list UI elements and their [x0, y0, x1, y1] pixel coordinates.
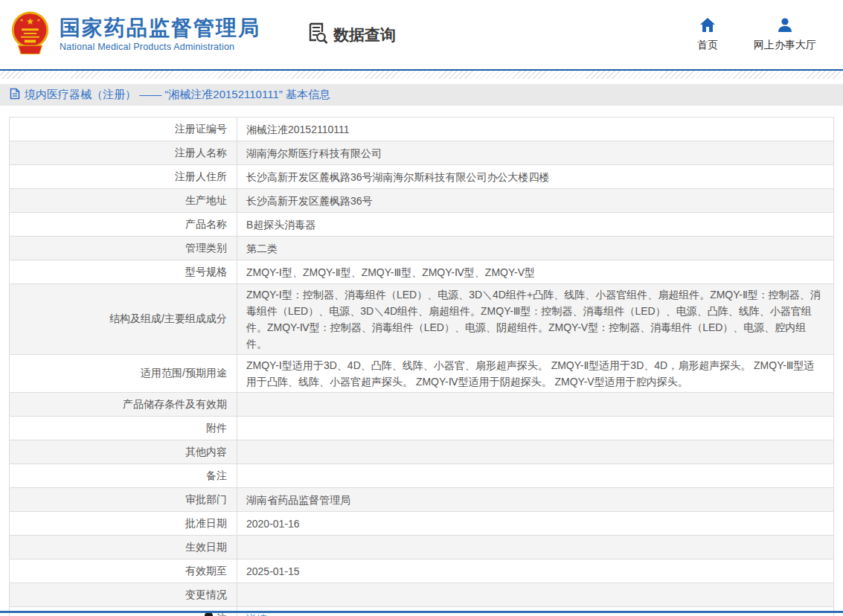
row-label: 管理类别: [10, 237, 237, 260]
table-row: 注册证编号 湘械注准20152110111: [10, 118, 833, 141]
site-logo[interactable]: ★ ★ ★ 国家药品监督管理局 National Medical Product…: [9, 10, 260, 60]
table-row: 结构及组成/主要组成成分 ZMQY-Ⅰ型：控制器、消毒组件（LED）、电源、3D…: [10, 284, 833, 355]
info-table: 注册证编号 湘械注准20152110111 注册人名称 湖南海尔斯医疗科技有限公…: [9, 117, 834, 616]
table-row: 适用范围/预期用途 ZMQY-Ⅰ型适用于3D、4D、凸阵、线阵、小器官、扇形超声…: [10, 355, 833, 393]
table-row: 其他内容: [10, 440, 833, 464]
svg-text:★: ★: [26, 16, 34, 26]
table-row: 附件: [10, 417, 833, 440]
home-icon: [699, 17, 716, 35]
row-label: 适用范围/预期用途: [10, 355, 237, 392]
site-title: 国家药品监督管理局: [60, 17, 260, 39]
table-row: 产品储存条件及有效期: [10, 393, 833, 417]
row-label: 变更情况: [10, 583, 237, 606]
row-label: 生产地址: [10, 189, 237, 212]
header: ★ ★ ★ 国家药品监督管理局 National Medical Product…: [0, 0, 843, 69]
breadcrumb: 境内医疗器械（注册） —— “湘械注准20152110111” 基本信息: [0, 84, 843, 106]
table-row: 注册人住所 长沙高新开发区麓枫路36号湖南海尔斯科技有限公司办公大楼四楼: [10, 165, 833, 189]
document-icon: [10, 88, 20, 102]
data-query-label: 数据查询: [333, 25, 396, 45]
row-label: 结构及组成/主要组成成分: [10, 284, 237, 354]
row-value: ZMQY-Ⅰ型、ZMQY-Ⅱ型、ZMQY-Ⅲ型、ZMQY-Ⅳ型、ZMQY-V型: [237, 260, 833, 283]
table-row: 生产地址 长沙高新开发区麓枫路36号: [10, 189, 833, 213]
table-row: 有效期至 2025-01-15: [10, 559, 833, 583]
national-emblem-icon: ★ ★ ★: [9, 10, 51, 60]
table-row: 管理类别 第二类: [10, 237, 833, 260]
row-value: 2025-01-15: [237, 559, 833, 583]
hatch-band: [0, 71, 843, 79]
table-row: 变更情况: [10, 583, 833, 607]
row-value: ZMQY-Ⅰ型：控制器、消毒组件（LED）、电源、3D＼4D组件+凸阵、线阵、小…: [237, 284, 833, 354]
row-value: [237, 393, 833, 416]
breadcrumb-text: 境内医疗器械（注册） —— “湘械注准20152110111” 基本信息: [25, 88, 330, 102]
site-subtitle: National Medical Products Administration: [60, 42, 260, 52]
row-label: 备注: [10, 464, 237, 487]
row-label: 批准日期: [10, 512, 237, 535]
nav-item-online-hall[interactable]: 网上办事大厅: [754, 17, 816, 52]
row-value: 湖南海尔斯医疗科技有限公司: [237, 141, 833, 164]
svg-text:★: ★: [20, 17, 24, 22]
row-label: 产品储存条件及有效期: [10, 393, 237, 416]
table-row: 审批部门 湖南省药品监督管理局: [10, 488, 833, 512]
nav-label: 首页: [697, 39, 718, 52]
row-label: 生效日期: [10, 536, 237, 559]
row-value: 长沙高新开发区麓枫路36号湖南海尔斯科技有限公司办公大楼四楼: [237, 165, 833, 188]
row-value: [237, 440, 833, 463]
row-value: [237, 583, 833, 606]
doc-search-icon: [308, 22, 328, 48]
row-label: 型号规格: [10, 260, 237, 283]
table-row: 产品名称 B超探头消毒器: [10, 213, 833, 237]
row-label: 审批部门: [10, 488, 237, 511]
table-row: 批准日期 2020-01-16: [10, 512, 833, 536]
table-row: 生效日期: [10, 536, 833, 559]
row-value: 湖南省药品监督管理局: [237, 488, 833, 511]
row-label: 有效期至: [10, 559, 237, 583]
person-icon: [777, 17, 793, 35]
row-value: [237, 536, 833, 559]
row-value: 湘械注准20152110111: [237, 118, 833, 141]
bottom-border: [0, 611, 843, 613]
row-value: B超探头消毒器: [237, 213, 833, 236]
row-value: ZMQY-Ⅰ型适用于3D、4D、凸阵、线阵、小器官、扇形超声探头。 ZMQY-Ⅱ…: [237, 355, 833, 392]
row-label: 附件: [10, 417, 237, 440]
table-row: 注册人名称 湖南海尔斯医疗科技有限公司: [10, 141, 833, 165]
nav-label: 网上办事大厅: [754, 39, 816, 52]
row-label: 注册人住所: [10, 165, 237, 188]
top-nav: 首页 网上办事大厅: [697, 17, 816, 52]
row-value: 2020-01-16: [237, 512, 833, 535]
row-label: 产品名称: [10, 213, 237, 236]
table-row: 型号规格 ZMQY-Ⅰ型、ZMQY-Ⅱ型、ZMQY-Ⅲ型、ZMQY-Ⅳ型、ZMQ…: [10, 260, 833, 284]
nav-item-home[interactable]: 首页: [697, 17, 718, 52]
data-query-section[interactable]: 数据查询: [308, 22, 396, 48]
row-label: 其他内容: [10, 440, 237, 463]
row-value: 长沙高新开发区麓枫路36号: [237, 189, 833, 212]
row-label: 注册证编号: [10, 118, 237, 141]
table-row: 备注: [10, 464, 833, 488]
svg-text:★: ★: [36, 17, 40, 22]
row-value: [237, 464, 833, 487]
row-label: 注册人名称: [10, 141, 237, 164]
row-value: 第二类: [237, 237, 833, 260]
row-value: [237, 417, 833, 440]
